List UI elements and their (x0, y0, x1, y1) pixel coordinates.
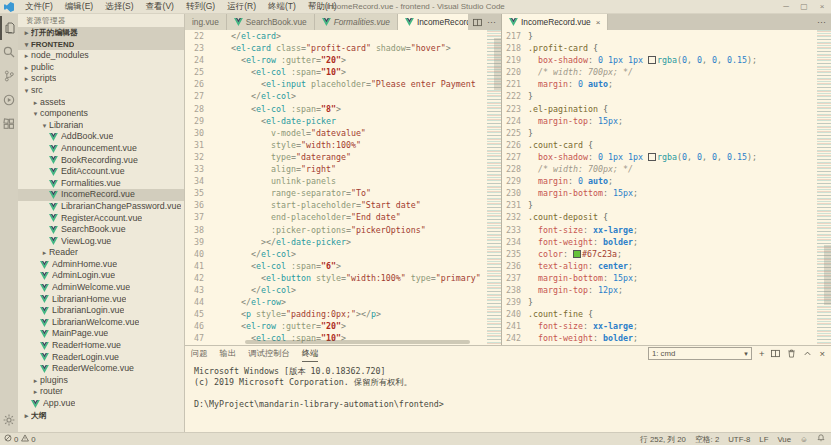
code-line[interactable]: text-align: center; (528, 260, 817, 272)
trash-icon[interactable] (787, 349, 796, 359)
tree-item-librarianlogin-vue[interactable]: LibrarianLogin.vue (18, 305, 184, 317)
tree-item-viewlog-vue[interactable]: ViewLog.vue (18, 236, 184, 248)
code-line[interactable]: <el-row :gutter="20"> (211, 54, 487, 66)
plus-icon[interactable]: + (759, 349, 765, 359)
code-line[interactable]: margin: 0 auto; (528, 175, 817, 187)
code-line[interactable]: style="width:100%" (211, 139, 487, 151)
tree-item-plugins[interactable]: ▸plugins (18, 375, 184, 387)
code-line[interactable]: <el-col :span="10"> (211, 66, 487, 78)
code-line[interactable]: v-model="datevalue" (211, 127, 487, 139)
code-line[interactable]: } (528, 127, 817, 139)
code-line[interactable]: <p style="padding:0px;"></p> (211, 308, 487, 320)
scrollbar-slider[interactable] (494, 38, 501, 90)
code-line[interactable]: </el-col> (211, 90, 487, 102)
status-text-1[interactable]: 空格: 2 (695, 434, 719, 445)
menu-item[interactable]: 文件(F) (19, 1, 59, 11)
activitybar-source-control[interactable] (0, 64, 18, 88)
tree-item-scripts[interactable]: ▸scripts (18, 73, 184, 85)
code-line[interactable]: font-weight: bolder; (528, 236, 817, 248)
code-editor[interactable]: 2223242526272829303132333435363738394041… (185, 30, 501, 345)
code-editor[interactable]: 2172182192202212222232242252262272282292… (502, 30, 831, 345)
split-terminal-icon[interactable] (771, 349, 780, 359)
tree-item-readerwelcome-vue[interactable]: ReaderWelcome.vue (18, 363, 184, 375)
code-line[interactable]: </el-col> (211, 248, 487, 260)
tree-item-adminlogin-vue[interactable]: AdminLogin.vue (18, 270, 184, 282)
code-line[interactable]: } (528, 30, 817, 42)
tree-section-FRONTEND[interactable]: ▾FRONTEND (18, 39, 184, 51)
code-line[interactable]: <el-col :span="8"> (211, 103, 487, 115)
code-line[interactable]: <el-button style="width:100%" type="prim… (211, 272, 487, 284)
code-line[interactable]: <el-card class="profit-card" shadow="hov… (211, 42, 487, 54)
more-icon[interactable]: ··· (487, 17, 496, 27)
code-line[interactable]: /* width: 700px; */ (528, 66, 817, 78)
status-text-0[interactable]: 行 252, 列 20 (640, 434, 686, 445)
code-line[interactable]: .count-card { (528, 139, 817, 151)
tree-section-大纲[interactable]: ▸大纲 (18, 410, 184, 422)
activitybar-explorer[interactable] (0, 16, 18, 40)
code-line[interactable]: type="daterange" (211, 151, 487, 163)
minimap[interactable] (817, 30, 831, 345)
tree-item-components[interactable]: ▾components (18, 108, 184, 120)
menu-item[interactable]: 运行(R) (221, 1, 262, 11)
close-icon[interactable]: × (596, 18, 601, 27)
code-line[interactable]: .count-deposit { (528, 211, 817, 223)
panel-tab-终端[interactable]: 终端 (302, 346, 319, 362)
tree-item-router[interactable]: ▸router (18, 386, 184, 398)
tab-incomerecord-vue[interactable]: IncomeRecord.vue× (502, 14, 608, 30)
menu-item[interactable]: 选择(S) (99, 1, 139, 11)
code-line[interactable]: } (528, 296, 817, 308)
tree-item-adminhome-vue[interactable]: AdminHome.vue (18, 259, 184, 271)
menu-item[interactable]: 转到(G) (180, 1, 221, 11)
code-line[interactable]: color: #67c23a; (528, 248, 817, 260)
tree-item-assets[interactable]: ▸assets (18, 97, 184, 109)
close-icon[interactable]: × (819, 349, 825, 359)
terminal-output[interactable]: Microsoft Windows [版本 10.0.18362.720](c)… (185, 361, 831, 432)
code-line[interactable]: font-weight: bolder; (528, 332, 817, 344)
code-line[interactable]: margin-bottom: 15px; (528, 272, 817, 284)
code-line[interactable]: </el-row> (211, 296, 487, 308)
status-text-2[interactable]: UTF-8 (728, 435, 750, 444)
status-text-3[interactable]: LF (759, 435, 768, 444)
activitybar-run-debug[interactable] (0, 88, 18, 112)
status-warnings[interactable]: 0 (21, 434, 35, 444)
code-line[interactable]: :picker-options="pickerOptions" (211, 224, 487, 236)
code-line[interactable]: } (528, 90, 817, 102)
tree-item-librarianchangepassword-vue[interactable]: LibrarianChangePassword.vue (18, 201, 184, 213)
split-editor-icon[interactable] (473, 18, 482, 27)
code-line[interactable]: .count-fine { (528, 308, 817, 320)
code-line[interactable]: margin-top: 15px; (528, 115, 817, 127)
notifications-bell[interactable] (817, 434, 825, 444)
code-line[interactable]: start-placeholder="Start date" (211, 199, 487, 211)
tree-item-librarianhome-vue[interactable]: LibrarianHome.vue (18, 294, 184, 306)
activitybar-search[interactable] (0, 40, 18, 64)
code-line[interactable]: box-shadow: 0 1px 1px rgba(0, 0, 0, 0.15… (528, 54, 817, 66)
code-line[interactable]: margin-top: 12px; (528, 284, 817, 296)
tree-item-announcement-vue[interactable]: Announcement.vue (18, 143, 184, 155)
tree-item-app-vue[interactable]: App.vue (18, 398, 184, 410)
tree-item-adminwelcome-vue[interactable]: AdminWelcome.vue (18, 282, 184, 294)
tree-item-librarian[interactable]: ▾Librarian (18, 120, 184, 132)
code-line[interactable]: <el-row :gutter="20"> (211, 320, 487, 332)
more-icon[interactable]: ··· (817, 17, 826, 27)
code-line[interactable]: end-placeholder="End date" (211, 211, 487, 223)
tree-item-readerlogin-vue[interactable]: ReaderLogin.vue (18, 352, 184, 364)
code-line[interactable]: font-size: xx-large; (528, 320, 817, 332)
minimize-button[interactable]: ─ (777, 2, 795, 11)
minimap[interactable] (487, 30, 501, 345)
code-line[interactable]: range-separator="To" (211, 187, 487, 199)
menu-item[interactable]: 终端(T) (262, 1, 302, 11)
tree-item-incomerecord-vue[interactable]: IncomeRecord.vue (18, 189, 184, 201)
tree-section-打开的编辑器[interactable]: ▸打开的编辑器 (18, 27, 184, 39)
scrollbar-slider[interactable] (824, 245, 831, 305)
code-line[interactable]: </el-col> (211, 284, 487, 296)
tree-item-searchbook-vue[interactable]: SearchBook.vue (18, 224, 184, 236)
code-line[interactable]: margin-bottom: 15px; (528, 187, 817, 199)
tab-ing-vue[interactable]: ing.vue (185, 14, 227, 30)
feedback-smiley[interactable]: ☺ (800, 435, 808, 444)
code-line[interactable]: font-size: xx-large; (528, 224, 817, 236)
tree-item-readerhome-vue[interactable]: ReaderHome.vue (18, 340, 184, 352)
tree-item-public[interactable]: ▸public (18, 62, 184, 74)
menu-item[interactable]: 编辑(E) (59, 1, 99, 11)
panel-tab-问题[interactable]: 问题 (191, 346, 208, 362)
code-line[interactable]: unlink-panels (211, 175, 487, 187)
